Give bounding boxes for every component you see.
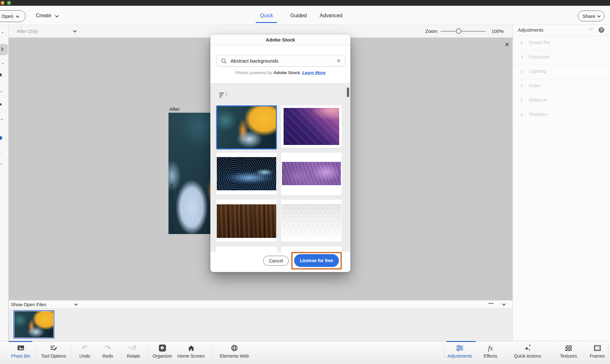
chevron-down-icon[interactable] [73,29,76,32]
open-file-thumbnail[interactable] [13,310,54,338]
divider [148,344,149,359]
stock-result-white-hexagons[interactable] [281,200,342,242]
header-bar: Open Create Quick Guided Advanced Share [0,6,610,25]
tool-icon-fragment [0,47,4,51]
adobe-stock-dialog: Adobe Stock ✕ Photos powered by Adobe St… [210,34,350,272]
share-button[interactable]: Share [578,11,605,21]
tool-icon-fragment[interactable] [0,73,2,76]
adjustment-item-lighting[interactable]: Lighting [513,64,610,79]
taskbar-quick-actions[interactable]: ✦ ✦ ✦ Quick Actions [510,343,545,362]
active-taskbar-indicator [446,341,476,342]
toolbox-strip: ⌃ ⌄ › ⌐ · › [0,25,9,341]
active-taskbar-indicator [9,341,32,342]
show-open-files-bar: Show Open Files ••• [9,300,512,308]
stock-search-box: ✕ [216,55,345,67]
chevron-right-icon [519,113,523,116]
stock-result-wood-planks[interactable] [216,200,277,242]
tool-icon-fragment[interactable]: › [1,162,2,166]
zoom-slider-knob[interactable] [456,28,461,34]
tool-icon-fragment[interactable]: ⌃ [1,31,4,36]
reset-adjustments-icon[interactable]: ↶ [589,27,594,34]
sort-icon[interactable]: ↓ [219,92,229,99]
stock-result-purple-grunge[interactable] [281,153,342,195]
adobe-stock-brand: Adobe Stock. [273,70,301,75]
stock-result-partial[interactable] [281,246,342,252]
undo-icon: ↶ [74,343,96,353]
scrollbar-thumb[interactable] [347,87,349,97]
stock-result-particle-wave[interactable] [216,153,277,195]
view-mode-dropdown[interactable]: After Only [17,28,38,34]
stock-image [217,157,276,190]
redo-icon: ↷ [97,343,119,353]
tool-options-icon [37,343,70,353]
adjustment-item-color[interactable]: Color [513,79,610,93]
adjustment-item-sharpen[interactable]: Sharpen [513,108,610,122]
chevron-down-icon [55,14,59,17]
tool-icon-fragment[interactable]: · [1,150,2,155]
tab-guided[interactable]: Guided [290,13,307,19]
adjustment-item-exposure[interactable]: Exposure [513,50,610,64]
stock-result-abstract-paint[interactable] [216,105,277,149]
chevron-right-icon [519,41,523,44]
after-label: After [169,106,180,112]
tool-icon-fragment[interactable]: ⌄ [1,60,4,65]
taskbar-rotate[interactable]: ↺ Rotate [120,343,147,362]
dialog-footer: Cancel License for free [210,252,350,272]
create-button[interactable]: Create [36,13,51,19]
fx-icon: fx [478,343,503,353]
taskbar-tool-options[interactable]: Tool Options [37,343,70,362]
traffic-light-minimize-icon[interactable] [1,1,4,5]
titlebar [0,0,610,6]
taskbar-effects[interactable]: fx Effects [478,343,503,362]
divider [608,344,608,359]
taskbar-photo-bin[interactable]: Photo Bin [6,343,35,362]
tool-icon-fragment[interactable]: ⌐ [1,117,3,122]
tool-icon-fragment[interactable] [0,136,2,140]
zoom-slider-track[interactable] [441,31,485,32]
active-tab-underline [256,22,277,23]
adjustment-item-balance[interactable]: Balance [513,93,610,108]
tab-quick[interactable]: Quick [260,13,273,19]
chevron-down-icon[interactable] [74,302,78,306]
adjustments-panel-header: Adjustments ↶ ? [513,25,610,36]
tool-icon-fragment[interactable] [0,103,2,105]
chevron-down-icon [598,14,601,18]
divider [36,344,36,359]
frame-icon [584,343,610,353]
more-options-icon[interactable]: ••• [489,301,494,306]
search-input[interactable] [231,55,333,66]
stock-result-partial[interactable] [216,246,277,252]
taskbar-organizer[interactable]: Organizer [148,343,177,362]
open-button[interactable]: Open [0,10,26,22]
chevron-right-icon [519,55,523,59]
dialog-header: Adobe Stock [210,34,350,45]
taskbar-elements-web[interactable]: Elements Web [218,343,250,362]
help-icon[interactable]: ? [598,27,604,33]
stock-result-purple-gradient[interactable] [281,105,342,148]
traffic-light-zoom-icon[interactable] [7,1,11,5]
checkerboard-icon [553,343,584,353]
adjustment-item-smart-fix[interactable]: Smart Fix [513,36,610,50]
taskbar-undo[interactable]: ↶ Undo [74,343,96,362]
powered-by-caption: Photos powered by Adobe Stock. Learn Mor… [210,70,350,75]
zoom-label: Zoom [425,28,437,34]
chevron-right-icon [519,84,523,87]
taskbar-frames[interactable]: Frames [584,343,610,362]
tool-icon-fragment[interactable]: › [1,89,2,94]
tab-advanced[interactable]: Advanced [320,13,342,19]
taskbar-home-screen[interactable]: Home Screen [176,343,206,362]
show-open-files-dropdown[interactable]: Show Open Files [11,302,46,307]
taskbar-adjustments[interactable]: Adjustments [445,343,474,362]
taskbar-redo[interactable]: ↷ Redo [97,343,119,362]
selected-tool[interactable] [0,44,8,55]
stock-image [282,204,341,238]
rotate-icon: ↺ [130,345,136,352]
taskbar-textures[interactable]: Textures [553,343,584,362]
divider [12,12,12,20]
chevron-down-icon[interactable] [502,302,505,306]
clear-search-icon[interactable]: ✕ [337,58,341,64]
chevron-right-icon [519,70,523,73]
learn-more-link[interactable]: Learn More [302,70,325,75]
cancel-button[interactable]: Cancel [263,256,289,266]
close-image-icon[interactable]: ✕ [504,42,510,48]
